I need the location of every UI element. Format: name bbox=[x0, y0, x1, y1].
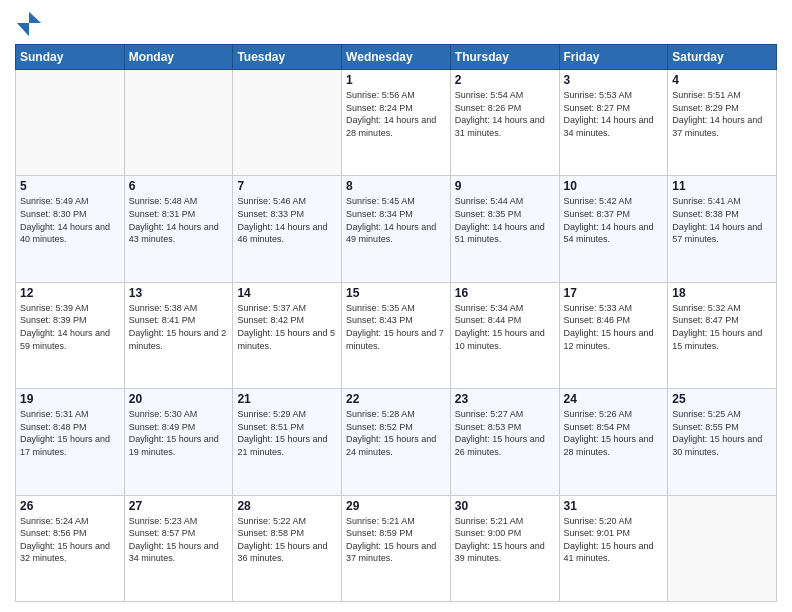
cell-info: Sunrise: 5:42 AM Sunset: 8:37 PM Dayligh… bbox=[564, 195, 664, 245]
cell-info: Sunrise: 5:27 AM Sunset: 8:53 PM Dayligh… bbox=[455, 408, 555, 458]
day-of-week-header: Friday bbox=[559, 45, 668, 70]
day-number: 22 bbox=[346, 392, 446, 406]
calendar-week-row: 5Sunrise: 5:49 AM Sunset: 8:30 PM Daylig… bbox=[16, 176, 777, 282]
day-number: 17 bbox=[564, 286, 664, 300]
day-number: 29 bbox=[346, 499, 446, 513]
calendar-cell: 11Sunrise: 5:41 AM Sunset: 8:38 PM Dayli… bbox=[668, 176, 777, 282]
cell-info: Sunrise: 5:24 AM Sunset: 8:56 PM Dayligh… bbox=[20, 515, 120, 565]
cell-info: Sunrise: 5:23 AM Sunset: 8:57 PM Dayligh… bbox=[129, 515, 229, 565]
cell-info: Sunrise: 5:51 AM Sunset: 8:29 PM Dayligh… bbox=[672, 89, 772, 139]
calendar-cell: 19Sunrise: 5:31 AM Sunset: 8:48 PM Dayli… bbox=[16, 389, 125, 495]
calendar-cell: 25Sunrise: 5:25 AM Sunset: 8:55 PM Dayli… bbox=[668, 389, 777, 495]
calendar-cell: 1Sunrise: 5:56 AM Sunset: 8:24 PM Daylig… bbox=[342, 70, 451, 176]
cell-info: Sunrise: 5:44 AM Sunset: 8:35 PM Dayligh… bbox=[455, 195, 555, 245]
day-number: 8 bbox=[346, 179, 446, 193]
cell-info: Sunrise: 5:21 AM Sunset: 8:59 PM Dayligh… bbox=[346, 515, 446, 565]
cell-info: Sunrise: 5:20 AM Sunset: 9:01 PM Dayligh… bbox=[564, 515, 664, 565]
cell-info: Sunrise: 5:53 AM Sunset: 8:27 PM Dayligh… bbox=[564, 89, 664, 139]
calendar-cell: 6Sunrise: 5:48 AM Sunset: 8:31 PM Daylig… bbox=[124, 176, 233, 282]
calendar-cell bbox=[233, 70, 342, 176]
cell-info: Sunrise: 5:34 AM Sunset: 8:44 PM Dayligh… bbox=[455, 302, 555, 352]
cell-info: Sunrise: 5:28 AM Sunset: 8:52 PM Dayligh… bbox=[346, 408, 446, 458]
day-number: 23 bbox=[455, 392, 555, 406]
logo bbox=[15, 10, 47, 38]
cell-info: Sunrise: 5:38 AM Sunset: 8:41 PM Dayligh… bbox=[129, 302, 229, 352]
calendar-cell: 24Sunrise: 5:26 AM Sunset: 8:54 PM Dayli… bbox=[559, 389, 668, 495]
calendar-cell: 15Sunrise: 5:35 AM Sunset: 8:43 PM Dayli… bbox=[342, 282, 451, 388]
calendar-cell: 18Sunrise: 5:32 AM Sunset: 8:47 PM Dayli… bbox=[668, 282, 777, 388]
cell-info: Sunrise: 5:29 AM Sunset: 8:51 PM Dayligh… bbox=[237, 408, 337, 458]
calendar-week-row: 1Sunrise: 5:56 AM Sunset: 8:24 PM Daylig… bbox=[16, 70, 777, 176]
cell-info: Sunrise: 5:48 AM Sunset: 8:31 PM Dayligh… bbox=[129, 195, 229, 245]
cell-info: Sunrise: 5:25 AM Sunset: 8:55 PM Dayligh… bbox=[672, 408, 772, 458]
day-number: 18 bbox=[672, 286, 772, 300]
calendar-cell: 2Sunrise: 5:54 AM Sunset: 8:26 PM Daylig… bbox=[450, 70, 559, 176]
calendar-cell: 30Sunrise: 5:21 AM Sunset: 9:00 PM Dayli… bbox=[450, 495, 559, 601]
day-number: 4 bbox=[672, 73, 772, 87]
calendar-cell: 9Sunrise: 5:44 AM Sunset: 8:35 PM Daylig… bbox=[450, 176, 559, 282]
calendar-cell: 13Sunrise: 5:38 AM Sunset: 8:41 PM Dayli… bbox=[124, 282, 233, 388]
day-number: 13 bbox=[129, 286, 229, 300]
day-number: 20 bbox=[129, 392, 229, 406]
day-of-week-header: Saturday bbox=[668, 45, 777, 70]
calendar-table: SundayMondayTuesdayWednesdayThursdayFrid… bbox=[15, 44, 777, 602]
cell-info: Sunrise: 5:54 AM Sunset: 8:26 PM Dayligh… bbox=[455, 89, 555, 139]
cell-info: Sunrise: 5:31 AM Sunset: 8:48 PM Dayligh… bbox=[20, 408, 120, 458]
calendar-cell: 26Sunrise: 5:24 AM Sunset: 8:56 PM Dayli… bbox=[16, 495, 125, 601]
calendar-week-row: 12Sunrise: 5:39 AM Sunset: 8:39 PM Dayli… bbox=[16, 282, 777, 388]
day-of-week-header: Thursday bbox=[450, 45, 559, 70]
calendar-cell: 20Sunrise: 5:30 AM Sunset: 8:49 PM Dayli… bbox=[124, 389, 233, 495]
day-number: 16 bbox=[455, 286, 555, 300]
cell-info: Sunrise: 5:37 AM Sunset: 8:42 PM Dayligh… bbox=[237, 302, 337, 352]
day-number: 5 bbox=[20, 179, 120, 193]
cell-info: Sunrise: 5:56 AM Sunset: 8:24 PM Dayligh… bbox=[346, 89, 446, 139]
day-number: 30 bbox=[455, 499, 555, 513]
calendar-cell: 14Sunrise: 5:37 AM Sunset: 8:42 PM Dayli… bbox=[233, 282, 342, 388]
day-number: 11 bbox=[672, 179, 772, 193]
day-number: 28 bbox=[237, 499, 337, 513]
cell-info: Sunrise: 5:49 AM Sunset: 8:30 PM Dayligh… bbox=[20, 195, 120, 245]
calendar-cell: 28Sunrise: 5:22 AM Sunset: 8:58 PM Dayli… bbox=[233, 495, 342, 601]
day-number: 3 bbox=[564, 73, 664, 87]
cell-info: Sunrise: 5:41 AM Sunset: 8:38 PM Dayligh… bbox=[672, 195, 772, 245]
cell-info: Sunrise: 5:32 AM Sunset: 8:47 PM Dayligh… bbox=[672, 302, 772, 352]
calendar-cell bbox=[668, 495, 777, 601]
day-number: 25 bbox=[672, 392, 772, 406]
cell-info: Sunrise: 5:33 AM Sunset: 8:46 PM Dayligh… bbox=[564, 302, 664, 352]
day-number: 31 bbox=[564, 499, 664, 513]
cell-info: Sunrise: 5:39 AM Sunset: 8:39 PM Dayligh… bbox=[20, 302, 120, 352]
day-of-week-header: Wednesday bbox=[342, 45, 451, 70]
day-number: 10 bbox=[564, 179, 664, 193]
cell-info: Sunrise: 5:22 AM Sunset: 8:58 PM Dayligh… bbox=[237, 515, 337, 565]
day-of-week-header: Monday bbox=[124, 45, 233, 70]
logo-icon bbox=[15, 10, 43, 38]
calendar-cell: 12Sunrise: 5:39 AM Sunset: 8:39 PM Dayli… bbox=[16, 282, 125, 388]
day-number: 26 bbox=[20, 499, 120, 513]
calendar-cell: 27Sunrise: 5:23 AM Sunset: 8:57 PM Dayli… bbox=[124, 495, 233, 601]
calendar-cell: 16Sunrise: 5:34 AM Sunset: 8:44 PM Dayli… bbox=[450, 282, 559, 388]
calendar-cell: 29Sunrise: 5:21 AM Sunset: 8:59 PM Dayli… bbox=[342, 495, 451, 601]
page: SundayMondayTuesdayWednesdayThursdayFrid… bbox=[0, 0, 792, 612]
cell-info: Sunrise: 5:30 AM Sunset: 8:49 PM Dayligh… bbox=[129, 408, 229, 458]
day-number: 12 bbox=[20, 286, 120, 300]
svg-marker-0 bbox=[17, 12, 41, 36]
cell-info: Sunrise: 5:45 AM Sunset: 8:34 PM Dayligh… bbox=[346, 195, 446, 245]
cell-info: Sunrise: 5:21 AM Sunset: 9:00 PM Dayligh… bbox=[455, 515, 555, 565]
calendar-cell: 31Sunrise: 5:20 AM Sunset: 9:01 PM Dayli… bbox=[559, 495, 668, 601]
day-number: 19 bbox=[20, 392, 120, 406]
calendar-week-row: 19Sunrise: 5:31 AM Sunset: 8:48 PM Dayli… bbox=[16, 389, 777, 495]
cell-info: Sunrise: 5:26 AM Sunset: 8:54 PM Dayligh… bbox=[564, 408, 664, 458]
day-number: 1 bbox=[346, 73, 446, 87]
calendar-cell: 7Sunrise: 5:46 AM Sunset: 8:33 PM Daylig… bbox=[233, 176, 342, 282]
calendar-cell: 4Sunrise: 5:51 AM Sunset: 8:29 PM Daylig… bbox=[668, 70, 777, 176]
header bbox=[15, 10, 777, 38]
calendar-week-row: 26Sunrise: 5:24 AM Sunset: 8:56 PM Dayli… bbox=[16, 495, 777, 601]
day-number: 2 bbox=[455, 73, 555, 87]
calendar-cell: 5Sunrise: 5:49 AM Sunset: 8:30 PM Daylig… bbox=[16, 176, 125, 282]
calendar-cell: 10Sunrise: 5:42 AM Sunset: 8:37 PM Dayli… bbox=[559, 176, 668, 282]
calendar-cell bbox=[16, 70, 125, 176]
calendar-cell: 17Sunrise: 5:33 AM Sunset: 8:46 PM Dayli… bbox=[559, 282, 668, 388]
header-row: SundayMondayTuesdayWednesdayThursdayFrid… bbox=[16, 45, 777, 70]
calendar-cell: 8Sunrise: 5:45 AM Sunset: 8:34 PM Daylig… bbox=[342, 176, 451, 282]
day-number: 24 bbox=[564, 392, 664, 406]
